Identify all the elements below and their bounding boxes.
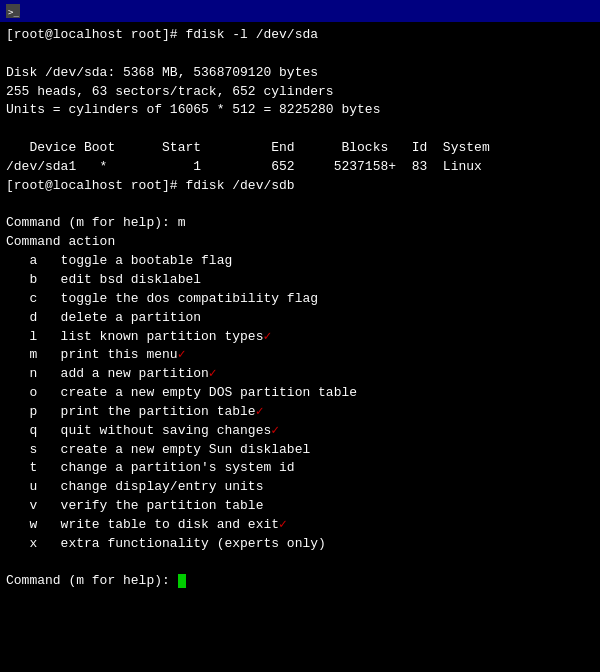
blank-line	[6, 554, 594, 573]
table_row1: /dev/sda1 * 1 652 5237158+ 83 Linux	[6, 158, 594, 177]
blank-line	[6, 45, 594, 64]
command_help: Command (m for help): m	[6, 214, 594, 233]
blank-line	[6, 196, 594, 215]
cmd_v: v verify the partition table	[6, 497, 594, 516]
cmd_b: b edit bsd disklabel	[6, 271, 594, 290]
command_action: Command action	[6, 233, 594, 252]
cmd_s: s create a new empty Sun disklabel	[6, 441, 594, 460]
terminal-window: [root@localhost root]# fdisk -l /dev/sda…	[0, 22, 600, 672]
units_info: Units = cylinders of 16065 * 512 = 82252…	[6, 101, 594, 120]
prompt2: [root@localhost root]# fdisk /dev/sdb	[6, 177, 594, 196]
checkmark-icon: ✓	[271, 423, 279, 438]
title-bar: >_	[0, 0, 600, 22]
prompt1: [root@localhost root]# fdisk -l /dev/sda	[6, 26, 594, 45]
checkmark-icon: ✓	[209, 366, 217, 381]
cmd_a: a toggle a bootable flag	[6, 252, 594, 271]
prompt3: Command (m for help):	[6, 572, 594, 591]
checkmark-icon: ✓	[279, 517, 287, 532]
cmd_t: t change a partition's system id	[6, 459, 594, 478]
cmd_m: m print this menu✓	[6, 346, 594, 365]
cmd_o: o create a new empty DOS partition table	[6, 384, 594, 403]
checkmark-icon: ✓	[263, 329, 271, 344]
cmd_q: q quit without saving changes✓	[6, 422, 594, 441]
cmd_c: c toggle the dos compatibility flag	[6, 290, 594, 309]
blank-line	[6, 120, 594, 139]
checkmark-icon: ✓	[256, 404, 264, 419]
cmd_w: w write table to disk and exit✓	[6, 516, 594, 535]
disk_info: Disk /dev/sda: 5368 MB, 5368709120 bytes	[6, 64, 594, 83]
terminal-icon: >_	[6, 4, 20, 18]
cmd_d: d delete a partition	[6, 309, 594, 328]
cmd_u: u change display/entry units	[6, 478, 594, 497]
cursor-block	[178, 574, 186, 588]
cmd_x: x extra functionality (experts only)	[6, 535, 594, 554]
cmd_p: p print the partition table✓	[6, 403, 594, 422]
heads_info: 255 heads, 63 sectors/track, 652 cylinde…	[6, 83, 594, 102]
cmd_l: l list known partition types✓	[6, 328, 594, 347]
checkmark-icon: ✓	[178, 347, 186, 362]
cmd_n: n add a new partition✓	[6, 365, 594, 384]
svg-text:>_: >_	[8, 7, 19, 17]
table_header: Device Boot Start End Blocks Id System	[6, 139, 594, 158]
